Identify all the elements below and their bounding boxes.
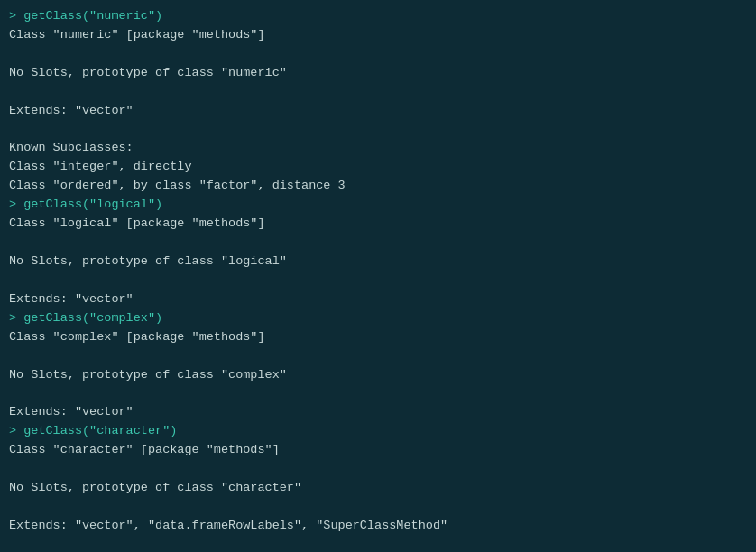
output-line: Known Subclasses: — [9, 139, 747, 158]
command-line: > getClass("complex") — [9, 309, 747, 328]
output-line: Class "character" [package "methods"] — [9, 441, 747, 460]
empty-line — [9, 498, 747, 517]
empty-line — [9, 121, 747, 140]
output-line: Extends: "vector" — [9, 102, 747, 121]
empty-line — [9, 347, 747, 366]
output-line: No Slots, prototype of class "numeric" — [9, 64, 747, 83]
output-line: Extends: "vector" — [9, 290, 747, 309]
output-line: Extends: "vector" — [9, 403, 747, 422]
empty-line — [9, 45, 747, 64]
terminal: > getClass("numeric")Class "numeric" [pa… — [9, 7, 747, 545]
output-line: Class "numeric" [package "methods"] — [9, 26, 747, 45]
output-line: Class "complex" [package "methods"] — [9, 328, 747, 347]
output-line: Class "ordered", by class "factor", dist… — [9, 177, 747, 196]
command-line: > getClass("logical") — [9, 196, 747, 215]
empty-line — [9, 271, 747, 290]
output-line: Class "logical" [package "methods"] — [9, 215, 747, 234]
empty-line — [9, 83, 747, 102]
empty-line — [9, 384, 747, 403]
output-line: No Slots, prototype of class "complex" — [9, 366, 747, 385]
empty-line — [9, 460, 747, 479]
empty-line — [9, 234, 747, 253]
empty-line — [9, 536, 747, 545]
command-line: > getClass("numeric") — [9, 7, 747, 26]
command-line: > getClass("character") — [9, 422, 747, 441]
output-line: Class "integer", directly — [9, 158, 747, 177]
output-line: No Slots, prototype of class "logical" — [9, 253, 747, 271]
output-line: No Slots, prototype of class "character" — [9, 479, 747, 498]
output-line: Extends: "vector", "data.frameRowLabels"… — [9, 517, 747, 536]
